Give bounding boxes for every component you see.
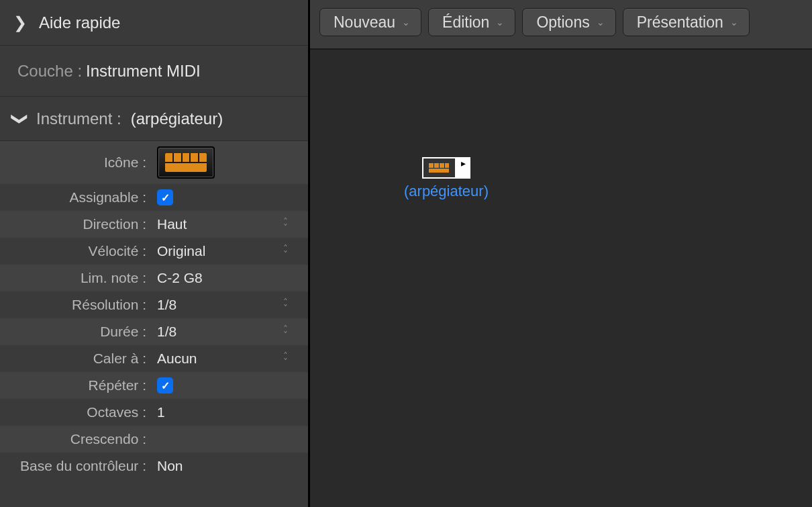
main-area: Nouveau⌄ Édition⌄ Options⌄ Présentation⌄… [310, 0, 812, 507]
inspector-sidebar: ❯ Aide rapide Couche : Instrument MIDI ❯… [0, 0, 310, 507]
quick-help-title: Aide rapide [39, 13, 120, 32]
prop-snap-row: Caler à : Aucun ˄˅ [0, 345, 308, 372]
prop-octaves-row: Octaves : 1 [0, 399, 308, 426]
prop-duration-label: Durée : [0, 324, 152, 340]
prop-snap-label: Caler à : [0, 351, 152, 367]
instrument-value: (arpégiateur) [131, 109, 223, 128]
stepper-icon[interactable]: ˄˅ [283, 299, 288, 311]
flag-icon: ▸ [456, 157, 470, 179]
prop-velocity-label: Vélocité : [0, 243, 152, 259]
prop-limnote-value[interactable]: C-2 G8 [152, 265, 308, 291]
prop-icon-label: Icône : [0, 154, 152, 171]
prop-icon-row: Icône : [0, 141, 308, 184]
stepper-icon[interactable]: ˄˅ [283, 219, 288, 230]
prop-icon-value[interactable] [152, 141, 308, 184]
prop-resolution-label: Résolution : [0, 297, 152, 313]
prop-assignable-label: Assignable : [0, 189, 152, 205]
prop-ctrlbase-label: Base du contrôleur : [0, 458, 152, 474]
prop-resolution-value[interactable]: 1/8 ˄˅ [152, 291, 308, 318]
instrument-label: Instrument : [36, 109, 121, 128]
layer-value: Instrument MIDI [86, 62, 201, 81]
layer-label: Couche : [17, 62, 82, 81]
options-menu-button[interactable]: Options⌄ [522, 8, 615, 36]
chevron-down-icon: ⌄ [597, 17, 605, 28]
repeat-checkbox[interactable] [157, 377, 173, 394]
properties-panel: Icône : Assignable : Direction : Haut ˄˅… [0, 141, 308, 507]
chevron-down-icon: ⌄ [402, 17, 410, 28]
node-label[interactable]: (arpégiateur) [404, 183, 489, 200]
prop-limnote-label: Lim. note : [0, 270, 152, 286]
prop-velocity-value[interactable]: Original ˄˅ [152, 238, 308, 265]
stepper-icon[interactable]: ˄˅ [283, 353, 288, 365]
prop-direction-label: Direction : [0, 216, 152, 232]
node-box[interactable]: ▸ [422, 157, 470, 179]
chevron-right-icon: ❯ [13, 13, 27, 32]
prop-duration-row: Durée : 1/8 ˄˅ [0, 318, 308, 345]
prop-snap-value[interactable]: Aucun ˄˅ [152, 345, 308, 372]
prop-crescendo-value[interactable] [152, 426, 308, 453]
chevron-down-icon: ⌄ [496, 17, 504, 28]
view-menu-button[interactable]: Présentation⌄ [623, 8, 750, 36]
prop-crescendo-row: Crescendo : [0, 426, 308, 453]
prop-crescendo-label: Crescendo : [0, 431, 152, 447]
chevron-down-icon: ❯ [11, 112, 30, 126]
assignable-checkbox[interactable] [157, 189, 173, 205]
keyboard-icon [422, 157, 456, 179]
quick-help-header[interactable]: ❯ Aide rapide [0, 0, 308, 46]
instrument-row[interactable]: ❯ Instrument : (arpégiateur) [0, 97, 308, 141]
prop-duration-value[interactable]: 1/8 ˄˅ [152, 318, 308, 345]
prop-ctrlbase-value[interactable]: Non [152, 453, 308, 479]
prop-resolution-row: Résolution : 1/8 ˄˅ [0, 291, 308, 318]
prop-repeat-row: Répéter : [0, 372, 308, 399]
prop-assignable-row: Assignable : [0, 184, 308, 211]
keyboard-icon[interactable] [157, 146, 215, 179]
environment-canvas[interactable]: ▸ (arpégiateur) [310, 50, 812, 507]
prop-velocity-row: Vélocité : Original ˄˅ [0, 238, 308, 265]
prop-limnote-row: Lim. note : C-2 G8 [0, 265, 308, 291]
chevron-down-icon: ⌄ [730, 17, 738, 28]
prop-direction-value[interactable]: Haut ˄˅ [152, 211, 308, 238]
prop-ctrlbase-row: Base du contrôleur : Non [0, 453, 308, 479]
stepper-icon[interactable]: ˄˅ [283, 246, 288, 257]
prop-octaves-label: Octaves : [0, 404, 152, 420]
prop-direction-row: Direction : Haut ˄˅ [0, 211, 308, 238]
layer-row: Couche : Instrument MIDI [0, 46, 308, 97]
prop-repeat-label: Répéter : [0, 377, 152, 394]
prop-octaves-value[interactable]: 1 [152, 399, 308, 426]
stepper-icon[interactable]: ˄˅ [283, 326, 288, 338]
arpeggiator-node[interactable]: ▸ (arpégiateur) [404, 157, 489, 200]
edit-menu-button[interactable]: Édition⌄ [428, 8, 515, 36]
environment-toolbar: Nouveau⌄ Édition⌄ Options⌄ Présentation⌄ [310, 0, 812, 50]
new-menu-button[interactable]: Nouveau⌄ [319, 8, 421, 36]
